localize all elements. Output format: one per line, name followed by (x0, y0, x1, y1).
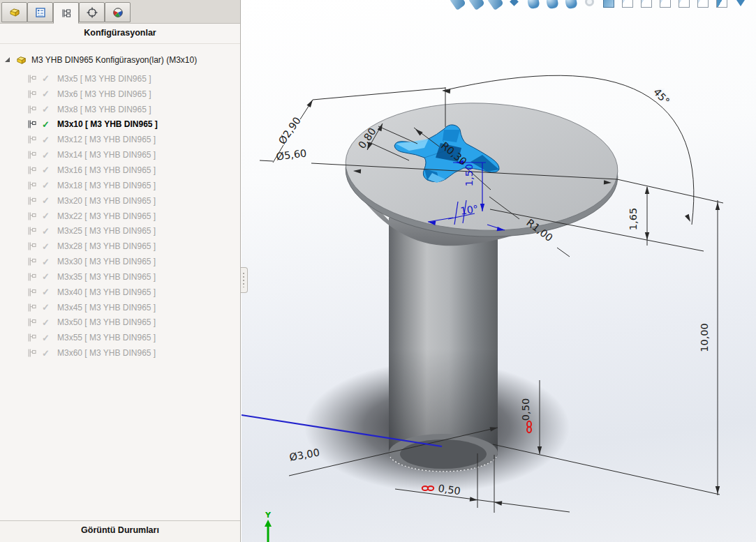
y-axis-label: Y (265, 511, 272, 520)
config-check-icon (42, 150, 53, 160)
pan-view-icon[interactable] (544, 0, 559, 10)
configuration-flag-icon (27, 226, 37, 236)
tab-dimxpertmanager[interactable] (79, 2, 105, 22)
dim-recess-diameter[interactable]: Ø2,90 (276, 115, 303, 146)
rotate-view-icon[interactable] (526, 0, 540, 10)
y-axis-arrow-icon (265, 520, 272, 527)
config-check-icon (42, 195, 53, 206)
config-check-icon (42, 73, 53, 84)
configuration-flag-icon (27, 74, 37, 84)
configuration-tree: M3 YHB DIN965 Konfigürasyon(lar) (M3x10)… (0, 44, 239, 521)
config-item-m3x20[interactable]: M3x20 [ M3 YHB DIN965 ] (0, 193, 239, 209)
display-sphere-icon (112, 6, 124, 19)
config-item-label: M3x30 [ M3 YHB DIN965 ] (57, 257, 156, 266)
config-item-m3x18[interactable]: M3x18 [ M3 YHB DIN965 ] (0, 178, 239, 193)
config-item-m3x22[interactable]: M3x22 [ M3 YHB DIN965 ] (0, 209, 239, 224)
view-left-icon[interactable] (658, 0, 672, 10)
tab-propertymanager[interactable] (27, 2, 53, 22)
config-item-m3x6[interactable]: M3x6 [ M3 YHB DIN965 ] (0, 86, 239, 102)
configuration-flag-icon (27, 150, 37, 160)
dim-chamfer-bottom[interactable]: 0,50 (438, 483, 461, 497)
config-check-icon (42, 211, 53, 221)
tab-displaymanager[interactable] (105, 2, 131, 22)
zoom-fit-icon[interactable] (450, 0, 465, 10)
model-view[interactable]: Ø2,90 Ø5,60 0,80 R0,30 45° 1,50 10° R1,0… (242, 0, 756, 542)
config-item-label: M3x28 [ M3 YHB DIN965 ] (57, 241, 156, 251)
config-item-m3x8[interactable]: M3x8 [ M3 YHB DIN965 ] (0, 102, 239, 117)
configuration-flag-icon (27, 333, 37, 342)
config-check-icon (42, 302, 53, 313)
config-check-icon (42, 317, 53, 328)
config-check-icon (42, 241, 53, 252)
tab-featuremanager[interactable] (1, 2, 27, 22)
config-check-icon (42, 89, 53, 99)
config-item-label: M3x22 [ M3 YHB DIN965 ] (57, 211, 156, 221)
config-item-label: M3x35 [ M3 YHB DIN965 ] (57, 272, 156, 282)
config-item-label: M3x45 [ M3 YHB DIN965 ] (57, 303, 156, 313)
dim-chamfer-side[interactable]: 0,50 (520, 398, 531, 421)
heads-up-view-toolbar (450, 0, 748, 10)
config-item-label: M3x5 [ M3 YHB DIN965 ] (57, 74, 151, 84)
dim-total-length[interactable]: 10,00 (699, 323, 710, 352)
dim-shank-diameter[interactable]: Ø3,00 (288, 446, 320, 462)
view-front-icon[interactable] (620, 0, 635, 10)
config-item-m3x12[interactable]: M3x12 [ M3 YHB DIN965 ] (0, 132, 239, 147)
configuration-flag-icon (27, 181, 37, 190)
config-item-m3x50[interactable]: M3x50 [ M3 YHB DIN965 ] (0, 315, 239, 331)
config-check-icon (42, 104, 53, 114)
config-item-label: M3x20 [ M3 YHB DIN965 ] (57, 196, 156, 206)
view-right-icon[interactable] (676, 0, 691, 10)
display-states-section[interactable]: Görüntü Durumları (0, 520, 240, 542)
config-check-icon (42, 257, 53, 267)
tab-configurationmanager[interactable] (53, 2, 79, 24)
config-item-m3x10[interactable]: M3x10 [ M3 YHB DIN965 ] (0, 117, 239, 133)
configuration-flag-icon (27, 105, 37, 114)
config-item-m3x14[interactable]: M3x14 [ M3 YHB DIN965 ] (0, 147, 239, 163)
config-check-icon (42, 333, 53, 343)
configuration-flag-icon (27, 135, 37, 144)
config-item-m3x16[interactable]: M3x16 [ M3 YHB DIN965 ] (0, 163, 239, 178)
config-item-m3x28[interactable]: M3x28 [ M3 YHB DIN965 ] (0, 239, 239, 254)
appearance-icon[interactable] (582, 0, 597, 10)
screw-tip-face[interactable] (400, 439, 487, 469)
config-item-m3x30[interactable]: M3x30 [ M3 YHB DIN965 ] (0, 254, 239, 269)
configuration-flag-icon (27, 119, 37, 129)
configuration-flag-icon (27, 165, 37, 175)
dim-recess-depth[interactable]: 1,50 (464, 164, 475, 186)
dim-head-height[interactable]: 1,65 (628, 208, 639, 230)
configuration-panel: Konfigürasyonlar M3 YHB DIN965 Konfigüra… (0, 0, 241, 542)
configuration-root[interactable]: M3 YHB DIN965 Konfigürasyon(lar) (M3x10) (0, 44, 239, 68)
config-item-m3x60[interactable]: M3x60 [ M3 YHB DIN965 ] (0, 345, 239, 361)
config-item-label: M3x14 [ M3 YHB DIN965 ] (57, 150, 156, 160)
previous-view-icon[interactable] (488, 0, 503, 10)
property-list-icon (34, 6, 47, 19)
expand-collapse-icon[interactable] (3, 55, 13, 65)
config-item-label: M3x6 [ M3 YHB DIN965 ] (57, 89, 151, 99)
view-orientation-icon[interactable] (563, 0, 578, 10)
hide-show-items-icon[interactable] (733, 0, 748, 10)
configuration-flag-icon (27, 317, 37, 327)
configuration-flag-icon (27, 241, 37, 251)
zoom-area-icon[interactable] (469, 0, 484, 10)
graphics-area[interactable]: Ø2,90 Ø5,60 0,80 R0,30 45° 1,50 10° R1,0… (242, 0, 756, 542)
dim-head-angle[interactable]: 45° (651, 86, 672, 107)
panel-splitter-handle[interactable] (241, 267, 248, 293)
config-item-m3x5[interactable]: M3x5 [ M3 YHB DIN965 ] (0, 71, 239, 86)
config-item-label: M3x40 [ M3 YHB DIN965 ] (57, 287, 156, 297)
config-item-label: M3x55 [ M3 YHB DIN965 ] (57, 333, 156, 342)
configuration-flag-icon (27, 303, 37, 313)
display-style-shaded-icon[interactable] (601, 0, 616, 10)
config-item-label: M3x10 [ M3 YHB DIN965 ] (57, 119, 158, 129)
config-item-m3x25[interactable]: M3x25 [ M3 YHB DIN965 ] (0, 223, 239, 239)
section-view-icon[interactable] (507, 0, 521, 10)
config-check-icon (42, 135, 53, 145)
config-item-m3x40[interactable]: M3x40 [ M3 YHB DIN965 ] (0, 285, 239, 300)
config-item-m3x35[interactable]: M3x35 [ M3 YHB DIN965 ] (0, 269, 239, 285)
config-item-m3x55[interactable]: M3x55 [ M3 YHB DIN965 ] (0, 330, 239, 345)
panel-tab-bar (0, 0, 240, 24)
configuration-root-label: M3 YHB DIN965 Konfigürasyon(lar) (M3x10) (31, 55, 197, 65)
view-isometric-icon[interactable] (714, 0, 729, 10)
view-back-icon[interactable] (639, 0, 653, 10)
view-top-icon[interactable] (695, 0, 710, 10)
config-item-m3x45[interactable]: M3x45 [ M3 YHB DIN965 ] (0, 300, 239, 315)
